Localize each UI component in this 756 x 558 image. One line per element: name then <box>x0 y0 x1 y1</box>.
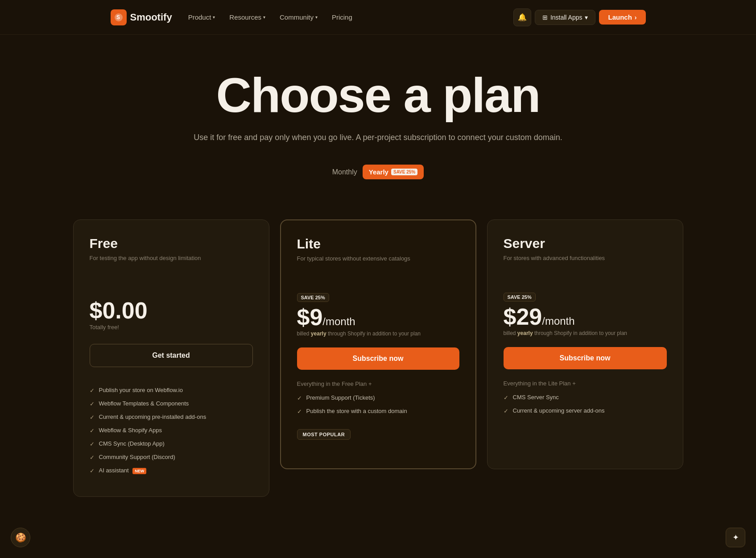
plan-desc: For testing the app without design limit… <box>90 255 253 261</box>
checkmark-icon: ✓ <box>90 387 95 394</box>
logo[interactable]: S Smootify <box>111 9 172 25</box>
arrow-right-icon: › <box>635 14 637 21</box>
checkmark-icon: ✓ <box>90 427 95 434</box>
nav-pricing[interactable]: Pricing <box>325 10 359 25</box>
nav-resources[interactable]: Resources ▾ <box>222 10 273 25</box>
feature-text: Current & upcoming pre-installed add-ons <box>99 413 207 420</box>
checkmark-icon: ✓ <box>297 395 302 401</box>
feature-item: ✓ Webflow Templates & Components <box>90 400 253 407</box>
subscribe-now-button-server[interactable]: Subscribe now <box>504 347 667 369</box>
checkmark-icon: ✓ <box>504 394 508 401</box>
plan-price-sub: Totally free! <box>90 324 253 331</box>
hero-subtitle: Use it for free and pay only when you go… <box>18 133 738 142</box>
checkmark-icon: ✓ <box>90 414 95 421</box>
sparkle-icon: ✦ <box>732 533 739 542</box>
billing-toggle: Monthly Yearly SAVE 25% <box>18 165 738 179</box>
plan-billing: billed yearly through Shopify in additio… <box>297 331 459 337</box>
feature-item: ✓ Premium Support (Tickets) <box>297 394 459 401</box>
feature-item: ✓ Publish your store on Webflow.io <box>90 387 253 394</box>
yearly-toggle[interactable]: Yearly SAVE 25% <box>363 165 424 179</box>
feature-text: Publish the store with a custom domain <box>306 408 407 414</box>
chevron-down-icon: ▾ <box>315 15 318 20</box>
feature-text: Current & upcoming server add-ons <box>513 407 605 414</box>
plan-name: Lite <box>297 236 459 252</box>
ai-new-badge: NEW <box>132 468 146 474</box>
yearly-label: Yearly <box>369 168 388 176</box>
grid-icon: ⊞ <box>542 14 548 21</box>
checkmark-icon: ✓ <box>90 401 95 407</box>
plan-lite: Lite For typical stores without extensiv… <box>280 219 476 469</box>
checkmark-icon: ✓ <box>297 408 302 415</box>
hero-section: Choose a plan Use it for free and pay on… <box>0 35 756 219</box>
cookie-button[interactable]: 🍪 <box>11 528 30 547</box>
save-25-badge: SAVE 25% <box>504 293 536 302</box>
chevron-down-icon: ▾ <box>585 14 588 21</box>
notification-bell-button[interactable]: 🔔 <box>513 8 531 26</box>
plan-free: Free For testing the app without design … <box>73 219 269 497</box>
checkmark-icon: ✓ <box>90 467 95 474</box>
feature-text: AI assistant NEW <box>99 467 147 474</box>
checkmark-icon: ✓ <box>90 454 95 461</box>
plan-price: $9/month <box>297 306 459 329</box>
plan-price: $29/month <box>504 305 667 328</box>
feature-item: ✓ Publish the store with a custom domain <box>297 408 459 415</box>
bell-icon: 🔔 <box>518 13 527 21</box>
feature-item: ✓ CMS Server Sync <box>504 394 667 401</box>
feature-text: Webflow & Shopify Apps <box>99 427 162 434</box>
plans-section: Free For testing the app without design … <box>0 219 756 524</box>
feature-item: ✓ Current & upcoming pre-installed add-o… <box>90 413 253 421</box>
logo-name: Smootify <box>130 12 172 23</box>
feature-text: Webflow Templates & Components <box>99 400 189 407</box>
plan-desc: For typical stores without extensive cat… <box>297 255 459 262</box>
feature-item: ✓ Community Support (Discord) <box>90 454 253 461</box>
plan-desc: For stores with advanced functionalities <box>504 255 667 261</box>
feature-item: ✓ Webflow & Shopify Apps <box>90 427 253 434</box>
features-header: Everything in the Free Plan + <box>297 380 459 387</box>
checkmark-icon: ✓ <box>90 441 95 447</box>
feature-text: CMS Server Sync <box>513 394 559 401</box>
monthly-toggle[interactable]: Monthly <box>332 168 357 176</box>
chevron-down-icon: ▾ <box>213 15 215 20</box>
svg-text:S: S <box>116 14 120 21</box>
feature-text: Community Support (Discord) <box>99 454 175 460</box>
cookie-icon: 🍪 <box>15 532 26 543</box>
install-apps-button[interactable]: ⊞ Install Apps ▾ <box>535 10 596 25</box>
nav-product[interactable]: Product ▾ <box>181 10 223 25</box>
feature-text: Premium Support (Tickets) <box>306 394 375 401</box>
plan-billing: billed yearly through Shopify in additio… <box>504 330 667 336</box>
save-25-badge: SAVE 25% <box>297 293 329 302</box>
chevron-down-icon: ▾ <box>263 15 265 20</box>
nav-community[interactable]: Community ▾ <box>273 10 325 25</box>
plan-name: Server <box>504 236 667 251</box>
sparkle-button[interactable]: ✦ <box>726 528 745 547</box>
subscribe-now-button-lite[interactable]: Subscribe now <box>297 347 459 370</box>
feature-item: ✓ Current & upcoming server add-ons <box>504 407 667 414</box>
checkmark-icon: ✓ <box>504 408 508 414</box>
plan-server: Server For stores with advanced function… <box>487 219 683 469</box>
feature-item: ✓ CMS Sync (Desktop App) <box>90 440 253 447</box>
feature-text: Publish your store on Webflow.io <box>99 387 183 393</box>
feature-item: ✓ AI assistant NEW <box>90 467 253 474</box>
plan-name: Free <box>90 236 253 251</box>
launch-button[interactable]: Launch › <box>599 10 645 25</box>
page-title: Choose a plan <box>18 70 738 120</box>
logo-icon: S <box>111 9 127 25</box>
get-started-button[interactable]: Get started <box>90 344 253 367</box>
features-header: Everything in the Lite Plan + <box>504 380 667 387</box>
save-badge: SAVE 25% <box>391 169 417 175</box>
feature-text: CMS Sync (Desktop App) <box>99 440 165 447</box>
most-popular-badge: MOST POPULAR <box>297 429 351 440</box>
plan-price: $0.00 <box>90 299 253 322</box>
